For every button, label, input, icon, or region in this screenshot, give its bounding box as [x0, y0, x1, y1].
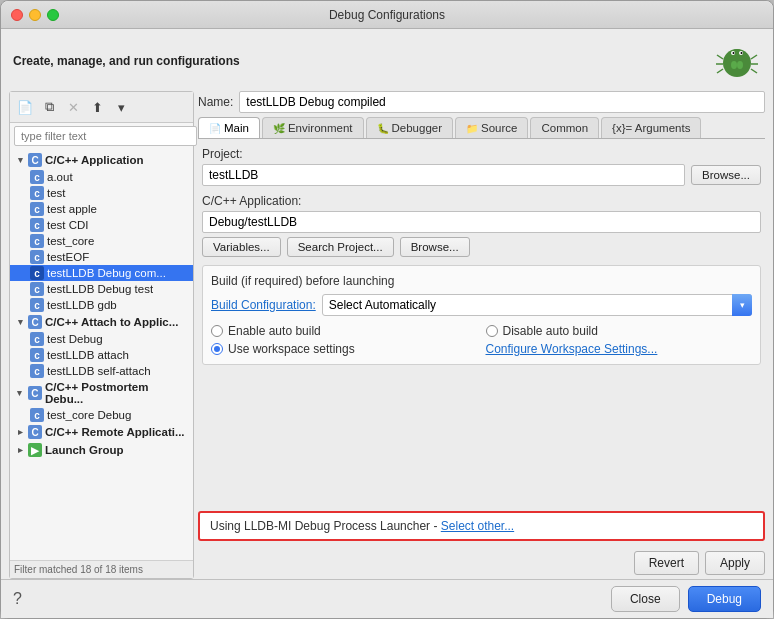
cpp-app-input[interactable] [202, 211, 761, 233]
tree-item-icon-testeof: c [30, 250, 44, 264]
tree-item-testlldb-attach[interactable]: c testLLDB attach [10, 347, 193, 363]
tree-item-icon-testlldb-debug-test: c [30, 282, 44, 296]
tree-item-icon-test-core: c [30, 234, 44, 248]
build-section: Build (if required) before launching Bui… [202, 265, 761, 365]
tree-item-test[interactable]: c test [10, 185, 193, 201]
radio-disable-auto-build[interactable]: Disable auto build [486, 324, 753, 338]
tab-main[interactable]: 📄 Main [198, 117, 260, 138]
svg-point-5 [741, 52, 743, 54]
tree-item-label-test-cdi: test CDI [47, 219, 89, 231]
filter-input[interactable] [14, 126, 197, 146]
tree-item-testeof[interactable]: c testEOF [10, 249, 193, 265]
export-config-button[interactable]: ⬆ [86, 96, 108, 118]
footer-buttons: Close Debug [611, 586, 761, 612]
radio-enable-auto-build[interactable]: Enable auto build [211, 324, 478, 338]
delete-config-button[interactable]: ✕ [62, 96, 84, 118]
filter-count: Filter matched 18 of 18 items [10, 560, 193, 578]
tree-item-icon-a-out: c [30, 170, 44, 184]
minimize-traffic-light[interactable] [29, 9, 41, 21]
tree-item-test-core[interactable]: c test_core [10, 233, 193, 249]
duplicate-config-button[interactable]: ⧉ [38, 96, 60, 118]
tree-item-label-test-core-debug: test_core Debug [47, 409, 131, 421]
dropdown-config-button[interactable]: ▾ [110, 96, 132, 118]
tree-arrow-cpp-attach [14, 316, 26, 328]
tree-item-icon-testlldb-debug-comp: c [30, 266, 44, 280]
project-browse-button[interactable]: Browse... [691, 165, 761, 185]
debug-button[interactable]: Debug [688, 586, 761, 612]
tree-item-label-test-core: test_core [47, 235, 94, 247]
help-button[interactable]: ? [13, 590, 22, 608]
svg-line-6 [717, 55, 723, 59]
tree-item-testlldb-debug-test[interactable]: c testLLDB Debug test [10, 281, 193, 297]
tab-common-label: Common [541, 122, 588, 134]
tree-group-cpp-postmortem: C C/C++ Postmortem Debu... c test_core D… [10, 379, 193, 423]
debugger-tab-icon: 🐛 [377, 123, 389, 134]
build-config-row: Build Configuration: Select Automaticall… [211, 294, 752, 316]
tree-item-icon-test-apple: c [30, 202, 44, 216]
configure-workspace-link[interactable]: Configure Workspace Settings... [486, 342, 658, 356]
maximize-traffic-light[interactable] [47, 9, 59, 21]
tree-item-test-cdi[interactable]: c test CDI [10, 217, 193, 233]
close-traffic-light[interactable] [11, 9, 23, 21]
tab-arguments[interactable]: {x}= Arguments [601, 117, 701, 138]
main-content: 📄 ⧉ ✕ ⬆ ▾ C C/C++ Application [9, 91, 765, 579]
svg-line-11 [751, 69, 757, 73]
tree-group-cpp-app: C C/C++ Application c a.out c test c tes… [10, 151, 193, 313]
tree-item-testlldb-self-attach[interactable]: c testLLDB self-attach [10, 363, 193, 379]
tab-environment[interactable]: 🌿 Environment [262, 117, 364, 138]
variables-button[interactable]: Variables... [202, 237, 281, 257]
tree-group-header-cpp-attach[interactable]: C C/C++ Attach to Applic... [10, 313, 193, 331]
tree-item-label-testlldb-attach: testLLDB attach [47, 349, 129, 361]
tree-group-header-launch[interactable]: ▶ Launch Group [10, 441, 193, 459]
tab-source[interactable]: 📁 Source [455, 117, 528, 138]
tab-debugger[interactable]: 🐛 Debugger [366, 117, 454, 138]
project-input[interactable] [202, 164, 685, 186]
tree-item-test-core-debug[interactable]: c test_core Debug [10, 407, 193, 423]
tree-item-icon-test-core-debug: c [30, 408, 44, 422]
tree-group-icon-cpp-attach: C [28, 315, 42, 329]
configure-workspace-item: Configure Workspace Settings... [486, 342, 753, 356]
name-row: Name: [198, 91, 765, 113]
select-other-link[interactable]: Select other... [441, 519, 514, 533]
tree-item-testlldb-debug-comp[interactable]: c testLLDB Debug com... [10, 265, 193, 281]
tree-group-cpp-attach: C C/C++ Attach to Applic... c test Debug… [10, 313, 193, 379]
radio-enable-auto-build-circle [211, 325, 223, 337]
environment-tab-icon: 🌿 [273, 123, 285, 134]
close-button[interactable]: Close [611, 586, 680, 612]
apply-button[interactable]: Apply [705, 551, 765, 575]
tree-group-header-cpp-remote[interactable]: C C/C++ Remote Applicati... [10, 423, 193, 441]
tab-environment-label: Environment [288, 122, 353, 134]
tree-group-cpp-remote: C C/C++ Remote Applicati... [10, 423, 193, 441]
tree-arrow-cpp-app [14, 154, 26, 166]
search-project-button[interactable]: Search Project... [287, 237, 394, 257]
tree-item-label-test: test [47, 187, 66, 199]
radio-disable-auto-build-circle [486, 325, 498, 337]
tree-item-a-out[interactable]: c a.out [10, 169, 193, 185]
source-tab-icon: 📁 [466, 123, 478, 134]
revert-button[interactable]: Revert [634, 551, 699, 575]
name-label: Name: [198, 95, 233, 109]
radio-use-workspace[interactable]: Use workspace settings [211, 342, 478, 356]
project-label: Project: [202, 147, 761, 161]
svg-point-12 [731, 61, 737, 69]
tree-group-header-cpp-postmortem[interactable]: C C/C++ Postmortem Debu... [10, 379, 193, 407]
cpp-app-browse-button[interactable]: Browse... [400, 237, 470, 257]
tabs: 📄 Main 🌿 Environment 🐛 Debugger 📁 Source… [198, 117, 765, 139]
tab-common[interactable]: Common [530, 117, 599, 138]
tab-main-label: Main [224, 122, 249, 134]
tree-item-icon-testlldb-gdb: c [30, 298, 44, 312]
new-config-button[interactable]: 📄 [14, 96, 36, 118]
build-config-label[interactable]: Build Configuration: [211, 298, 316, 312]
build-config-select[interactable]: Select Automatically Debug Release [322, 294, 752, 316]
tree-group-icon-cpp-remote: C [28, 425, 42, 439]
radio-use-workspace-label: Use workspace settings [228, 342, 355, 356]
tree-item-testlldb-gdb[interactable]: c testLLDB gdb [10, 297, 193, 313]
tree-item-test-debug[interactable]: c test Debug [10, 331, 193, 347]
name-input[interactable] [239, 91, 765, 113]
tree-group-header-cpp-app[interactable]: C C/C++ Application [10, 151, 193, 169]
window-header: Create, manage, and run configurations [1, 29, 773, 91]
tree-group-label-cpp-app: C/C++ Application [45, 154, 144, 166]
tree-item-test-apple[interactable]: c test apple [10, 201, 193, 217]
tree-group-label-cpp-remote: C/C++ Remote Applicati... [45, 426, 185, 438]
tree-group-launch: ▶ Launch Group [10, 441, 193, 459]
